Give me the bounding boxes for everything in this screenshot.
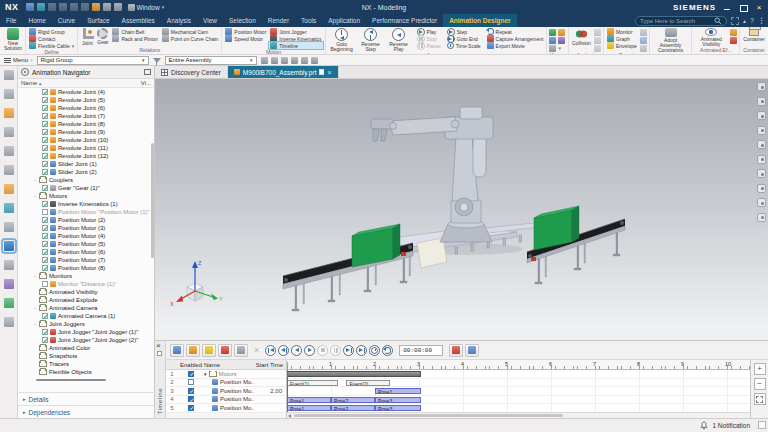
repeat-command-icon[interactable] bbox=[92, 3, 100, 11]
enabled-checkbox[interactable] bbox=[188, 405, 194, 411]
undock-icon[interactable] bbox=[144, 69, 151, 75]
repeat-button[interactable] bbox=[382, 345, 393, 356]
selection-filter-icon[interactable] bbox=[153, 58, 161, 63]
timeline-row[interactable]: 2Position Mo... bbox=[166, 379, 286, 388]
collision-button[interactable]: Collision bbox=[571, 28, 592, 46]
ribbon-tab-view[interactable]: View bbox=[197, 14, 223, 27]
capture-movie-icon[interactable] bbox=[757, 184, 766, 193]
pose-bar[interactable]: Pose2 bbox=[331, 405, 375, 411]
tree-item[interactable]: Position Motor "Position Motor (1)" bbox=[18, 208, 154, 216]
visibility-checkbox[interactable] bbox=[42, 265, 48, 271]
export-movie-button[interactable] bbox=[465, 344, 479, 357]
manufacturing-wizard-icon[interactable] bbox=[4, 203, 14, 213]
tree-item[interactable]: Position Motor (5) bbox=[18, 240, 154, 248]
minimize-button[interactable] bbox=[722, 3, 732, 12]
graph-overlay-icon[interactable] bbox=[757, 140, 766, 149]
expander[interactable]: - bbox=[33, 321, 37, 327]
undo-icon[interactable] bbox=[37, 3, 45, 11]
web-browser-icon[interactable] bbox=[4, 222, 14, 232]
tree-item[interactable]: Flexible Objects bbox=[18, 368, 154, 376]
visibility-checkbox[interactable] bbox=[42, 241, 48, 247]
capture-pose-button[interactable] bbox=[186, 344, 200, 357]
ribbon-tab-home[interactable]: Home bbox=[22, 14, 51, 27]
visibility-checkbox[interactable] bbox=[42, 337, 48, 343]
assembly-navigator-icon[interactable] bbox=[4, 70, 14, 80]
ribbon-tab-curve[interactable]: Curve bbox=[52, 14, 81, 27]
flexible-cable-button[interactable]: Flexible Cable▾ bbox=[28, 42, 75, 49]
reverse-play-button[interactable]: Reverse Play bbox=[386, 28, 412, 52]
play-button[interactable] bbox=[304, 345, 315, 356]
expander[interactable]: - bbox=[33, 193, 37, 199]
cut-icon[interactable] bbox=[59, 3, 67, 11]
window-layout-icon[interactable] bbox=[4, 317, 14, 327]
search-input[interactable] bbox=[640, 18, 711, 24]
tree-item[interactable]: Gear "Gear (1)" bbox=[18, 184, 154, 192]
touch-mode-icon[interactable] bbox=[114, 3, 122, 11]
save-icon[interactable] bbox=[26, 3, 34, 11]
tree-item[interactable]: Position Motor (7) bbox=[18, 256, 154, 264]
tree-item[interactable]: Position Motor (6) bbox=[18, 248, 154, 256]
microphone-icon[interactable] bbox=[103, 3, 111, 11]
help-icon[interactable]: ? bbox=[750, 17, 754, 24]
tree-item[interactable]: Snapshots bbox=[18, 352, 154, 360]
event-bar[interactable]: Event(1) bbox=[287, 380, 338, 386]
notification-label[interactable]: 1 Notification bbox=[712, 422, 750, 429]
timeline-track[interactable]: Pose1Pose2Pose3 bbox=[287, 396, 750, 405]
visibility-checkbox[interactable] bbox=[42, 313, 48, 319]
reverse-step-button[interactable]: Reverse Step bbox=[358, 28, 384, 52]
chain-belt-button[interactable]: Chain Belt bbox=[111, 28, 158, 35]
stop-button[interactable] bbox=[317, 345, 328, 356]
visibility-checkbox[interactable] bbox=[42, 169, 48, 175]
visibility-checkbox[interactable] bbox=[42, 145, 48, 151]
minimize-ribbon-icon[interactable]: ▴ bbox=[743, 17, 746, 24]
copy-icon[interactable] bbox=[70, 3, 78, 11]
visibility-checkbox[interactable] bbox=[42, 225, 48, 231]
visibility-checkbox[interactable] bbox=[42, 121, 48, 127]
dependencies-section[interactable]: ▸ Dependencies bbox=[18, 405, 154, 418]
timeline-row[interactable]: 3Position Mo...2.00 bbox=[166, 387, 286, 396]
visualize-extra-icon[interactable] bbox=[549, 45, 556, 52]
goto-beginning-button[interactable]: Goto Beginning bbox=[328, 28, 356, 52]
envelope-button[interactable]: Envelope bbox=[606, 42, 638, 49]
more-options-icon[interactable]: ⋮ bbox=[758, 17, 765, 25]
container-button[interactable]: Container bbox=[742, 28, 766, 42]
time-scale-button[interactable]: Time Scale bbox=[446, 42, 482, 49]
tree-item[interactable]: Monitor "Distance (1)" bbox=[18, 280, 154, 288]
ribbon-tab-application[interactable]: Application bbox=[322, 14, 366, 27]
chevron-down-icon[interactable]: ▾ bbox=[558, 45, 565, 52]
expander[interactable]: - bbox=[33, 305, 37, 311]
event-bar[interactable]: Event(2) bbox=[346, 380, 390, 386]
visualize-style-icon[interactable] bbox=[549, 37, 556, 44]
tree-item[interactable]: Revolute Joint (12) bbox=[18, 152, 154, 160]
visibility-checkbox[interactable] bbox=[42, 129, 48, 135]
goto-end-overlay-icon[interactable] bbox=[757, 111, 766, 120]
tree-item[interactable]: Position Motor (4) bbox=[18, 232, 154, 240]
timeline-track[interactable]: Pose1 bbox=[287, 387, 750, 396]
inverse-kinematics-button[interactable]: Inverse Kinematics bbox=[269, 35, 322, 42]
tree-item[interactable]: Revolute Joint (11) bbox=[18, 144, 154, 152]
tree-item[interactable]: Animated Camera (1) bbox=[18, 312, 154, 320]
visibility-checkbox[interactable] bbox=[42, 137, 48, 143]
step-button[interactable]: Step bbox=[446, 28, 482, 35]
report-extra-1-icon[interactable] bbox=[640, 29, 647, 36]
timeline-row[interactable]: 4Position Mo... bbox=[166, 396, 286, 405]
menu-button[interactable]: Menu▾ bbox=[4, 57, 33, 63]
add-position-motor-button[interactable] bbox=[170, 344, 184, 357]
group-bar[interactable] bbox=[287, 371, 421, 377]
tree-item[interactable]: Revolute Joint (7) bbox=[18, 112, 154, 120]
tree-item[interactable]: Slider Joint (1) bbox=[18, 160, 154, 168]
ribbon-tab-file[interactable]: File bbox=[0, 14, 22, 27]
play-button[interactable]: Play bbox=[416, 28, 442, 35]
tree-item[interactable]: Revolute Joint (8) bbox=[18, 120, 154, 128]
tree-item[interactable]: -Monitors bbox=[18, 272, 154, 280]
animated-visibility-button[interactable]: Animated Visibility bbox=[694, 28, 728, 47]
visualize-trace-icon[interactable] bbox=[558, 29, 565, 36]
joint-jogger-button[interactable]: Joint Jogger bbox=[269, 28, 322, 35]
selection-scope-combo[interactable]: Entire Assembly▾ bbox=[165, 56, 257, 65]
constraint-navigator-icon[interactable] bbox=[4, 89, 14, 99]
ribbon-tab-tools[interactable]: Tools bbox=[295, 14, 322, 27]
add-component-icon[interactable] bbox=[281, 57, 288, 64]
fit-view-button[interactable] bbox=[754, 393, 766, 405]
enabled-checkbox[interactable] bbox=[188, 371, 194, 377]
tree-item[interactable]: -Joint Joggers bbox=[18, 320, 154, 328]
